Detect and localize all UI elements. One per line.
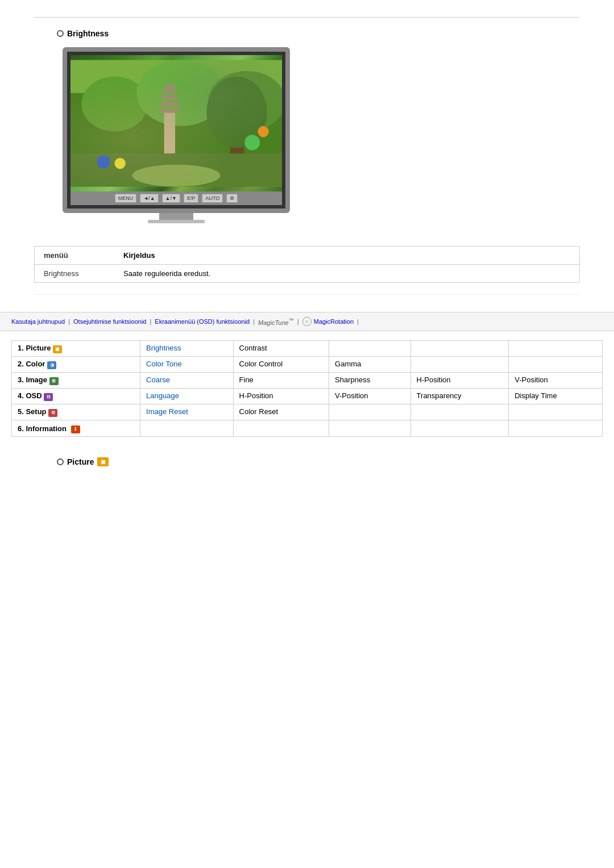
menu-desc-brightness: Saate reguleerida eredust. (114, 265, 579, 283)
table-row: 1. Picture ▣ Brightness Contrast (12, 341, 603, 357)
navigation-bar: Kasutaja juhtnupud | Otsejuhtimise funkt… (0, 312, 614, 331)
table-row: 6. Information ℹ (12, 420, 603, 437)
nav-item-user-buttons[interactable]: Kasutaja juhtnupud (11, 318, 65, 325)
row-label-6: 6. Information ℹ (12, 420, 140, 437)
row-label-2: 2. Color ◑ (12, 357, 140, 373)
table-row: Brightness Saate reguleerida eredust. (35, 265, 579, 283)
brightness-heading: Brightness (57, 29, 580, 38)
screen-image (70, 55, 282, 191)
cell-info-3 (329, 420, 411, 437)
cell-transparency[interactable]: Transparency (410, 389, 509, 404)
cell-h-position[interactable]: H-Position (410, 373, 509, 389)
monitor-controls: MENU ◄/▲ ▲/▼ E/P AUTO ⚙ (70, 191, 282, 205)
cell-display-time[interactable]: Display Time (509, 389, 603, 404)
nav-magicrotation-icon: ○ (302, 317, 312, 326)
table-row: 4. OSD ⊟ Language H-Position V-Position … (12, 389, 603, 404)
svg-rect-8 (162, 95, 177, 100)
info-icon: ℹ (71, 425, 80, 433)
monitor-base (148, 220, 205, 223)
cell-gamma[interactable]: Gamma (329, 357, 411, 373)
cell-empty-8 (509, 404, 603, 420)
cell-contrast[interactable]: Contrast (233, 341, 329, 357)
cell-fine[interactable]: Fine (233, 373, 329, 389)
svg-rect-5 (164, 110, 175, 154)
cell-info-4 (410, 420, 509, 437)
svg-point-14 (97, 155, 110, 168)
cell-coarse[interactable]: Coarse (140, 373, 233, 389)
picture-radio-icon (57, 458, 64, 465)
cell-info-5 (509, 420, 603, 437)
menu-description-table: menüü Kirjeldus Brightness Saate regulee… (34, 246, 580, 283)
cell-language[interactable]: Language (140, 389, 233, 404)
cell-h-position-osd[interactable]: H-Position (233, 389, 329, 404)
svg-rect-0 (70, 60, 282, 187)
nav-item-direct-control[interactable]: Otsejuhtimise funktsioonid (73, 318, 146, 325)
row-label-5: 5. Setup ⚙ (12, 404, 140, 420)
svg-point-4 (208, 71, 282, 132)
row-label-3: 3. Image ⊞ (12, 373, 140, 389)
settings-button[interactable]: ⚙ (226, 194, 238, 203)
osd-icon: ⊟ (44, 393, 53, 401)
cell-empty-2 (410, 341, 509, 357)
menu-item-brightness: Brightness (35, 265, 114, 283)
cell-brightness[interactable]: Brightness (140, 341, 233, 357)
svg-point-12 (206, 77, 267, 148)
cell-empty-6 (329, 404, 411, 420)
svg-rect-11 (230, 115, 244, 186)
table-row: 2. Color ◑ Color Tone Color Control Gamm… (12, 357, 603, 373)
picture-text: Picture (67, 457, 94, 466)
svg-point-17 (258, 126, 268, 137)
cell-color-tone[interactable]: Color Tone (140, 357, 233, 373)
nav-button-1[interactable]: ◄/▲ (140, 194, 158, 203)
svg-rect-1 (70, 93, 282, 187)
table-row: 3. Image ⊞ Coarse Fine Sharpness H-Posit… (12, 373, 603, 389)
setup-icon: ⚙ (48, 409, 57, 417)
cell-empty-7 (410, 404, 509, 420)
picture-section-label: Picture ▣ (0, 446, 614, 478)
svg-rect-7 (161, 102, 179, 106)
monitor-display: MENU ◄/▲ ▲/▼ E/P AUTO ⚙ (57, 47, 296, 223)
svg-point-16 (244, 135, 260, 150)
cell-color-reset[interactable]: Color Reset (233, 404, 329, 420)
ep-button[interactable]: E/P (184, 194, 199, 203)
monitor-stand (159, 213, 193, 220)
nav-button-2[interactable]: ▲/▼ (162, 194, 180, 203)
auto-button[interactable]: AUTO (202, 194, 223, 203)
col-header-menu: menüü (35, 247, 114, 265)
monitor-screen (70, 55, 282, 191)
cell-empty-4 (410, 357, 509, 373)
cell-info-2 (233, 420, 329, 437)
cell-image-reset[interactable]: Image Reset (140, 404, 233, 420)
svg-rect-13 (70, 153, 282, 186)
table-row: 5. Setup ⚙ Image Reset Color Reset (12, 404, 603, 420)
image-icon: ⊞ (49, 377, 59, 385)
svg-point-15 (115, 158, 126, 169)
svg-rect-9 (163, 89, 176, 93)
cell-info-1 (140, 420, 233, 437)
cell-color-control[interactable]: Color Control (233, 357, 329, 373)
cell-sharpness[interactable]: Sharpness (329, 373, 411, 389)
row-label-4: 4. OSD ⊟ (12, 389, 140, 404)
monitor-frame: MENU ◄/▲ ▲/▼ E/P AUTO ⚙ (63, 47, 290, 213)
cell-v-position-osd[interactable]: V-Position (329, 389, 411, 404)
color-icon: ◑ (47, 361, 56, 369)
row-label-1: 1. Picture ▣ (12, 341, 140, 357)
osd-menu-table-section: 1. Picture ▣ Brightness Contrast 2. Colo… (11, 340, 603, 437)
col-header-description: Kirjeldus (114, 247, 579, 265)
radio-icon (57, 30, 64, 37)
nav-brand-magictune: MagicTune™ (258, 318, 294, 326)
cell-v-position[interactable]: V-Position (509, 373, 603, 389)
picture-icon-badge: ▣ (97, 457, 109, 466)
osd-menu-table: 1. Picture ▣ Brightness Contrast 2. Colo… (11, 340, 603, 437)
cell-empty-1 (329, 341, 411, 357)
svg-point-18 (132, 165, 221, 187)
cell-empty-5 (509, 357, 603, 373)
nav-item-magicrotation[interactable]: MagicRotation (314, 318, 354, 325)
svg-point-2 (81, 77, 147, 132)
cell-empty-3 (509, 341, 603, 357)
picture-icon: ▣ (53, 345, 62, 353)
svg-rect-6 (160, 108, 180, 113)
svg-point-3 (136, 60, 225, 126)
menu-button[interactable]: MENU (115, 194, 137, 203)
nav-item-osd[interactable]: Ekraanimenüü (OSD) funktsioonid (155, 318, 250, 325)
